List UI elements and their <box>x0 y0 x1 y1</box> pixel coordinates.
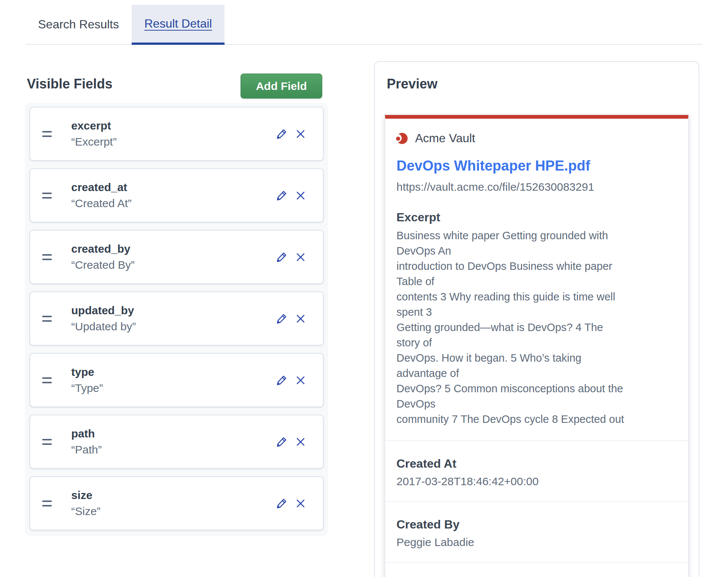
divider <box>385 440 688 441</box>
field-label: “Created By” <box>71 258 135 272</box>
field-name: created_at <box>71 181 132 194</box>
pencil-icon <box>275 382 288 388</box>
field-text: type “Type” <box>71 365 103 395</box>
tab-bar: Search Results Result Detail <box>25 5 703 45</box>
close-icon <box>295 505 307 511</box>
drag-handle-icon[interactable] <box>42 316 52 322</box>
meta-section-created-by: Created By Peggie Labadie <box>396 501 677 549</box>
field-name: size <box>71 489 100 502</box>
field-label: “Created At” <box>71 196 132 210</box>
field-label: “Updated by” <box>71 319 136 334</box>
source-name: Acme Vault <box>415 131 475 145</box>
visible-fields-list: excerpt “Excerpt” created_at “Created At… <box>25 103 327 536</box>
pencil-icon <box>275 444 288 449</box>
tab-search-results[interactable]: Search Results <box>25 5 132 44</box>
acme-vault-logo-icon <box>396 133 408 144</box>
field-text: created_by “Created By” <box>71 242 135 272</box>
pencil-icon <box>275 505 288 511</box>
field-label: “Excerpt” <box>71 135 117 149</box>
close-icon <box>295 320 307 326</box>
source-row: Acme Vault <box>396 131 677 145</box>
field-card-created-at: created_at “Created At” <box>29 168 324 222</box>
excerpt-text: Business white paper Getting grounded wi… <box>396 228 628 427</box>
meta-section-updated-by: Updated by Peggie Labadie <box>396 562 677 577</box>
remove-field-button[interactable] <box>295 374 307 386</box>
field-card-created-by: created_by “Created By” <box>29 230 324 284</box>
field-name: type <box>71 365 103 379</box>
tab-result-detail[interactable]: Result Detail <box>132 5 225 45</box>
excerpt-section-label: Excerpt <box>396 210 677 224</box>
drag-handle-icon[interactable] <box>42 131 52 137</box>
field-name: path <box>71 427 102 440</box>
drag-handle-icon[interactable] <box>42 439 52 445</box>
pencil-icon <box>275 259 288 265</box>
field-label: “Size” <box>71 504 100 518</box>
field-card-excerpt: excerpt “Excerpt” <box>29 107 324 161</box>
edit-field-button[interactable] <box>275 436 288 448</box>
drag-handle-icon[interactable] <box>42 500 52 506</box>
remove-field-button[interactable] <box>295 313 307 325</box>
close-icon <box>295 443 307 449</box>
preview-title: Preview <box>387 76 699 92</box>
result-preview-card: Acme Vault DevOps Whitepaper HPE.pdf htt… <box>385 115 688 577</box>
close-icon <box>295 259 307 264</box>
close-icon <box>295 197 307 203</box>
remove-field-button[interactable] <box>295 498 307 509</box>
pencil-icon <box>275 136 288 141</box>
field-card-size: size “Size” <box>29 476 324 530</box>
remove-field-button[interactable] <box>295 436 307 448</box>
meta-label: Created At <box>396 457 677 471</box>
divider <box>385 501 688 502</box>
remove-field-button[interactable] <box>295 128 307 140</box>
field-card-type: type “Type” <box>29 353 324 407</box>
field-name: created_by <box>71 242 135 256</box>
field-name: excerpt <box>71 119 117 132</box>
pencil-icon <box>275 321 288 326</box>
field-text: updated_by “Updated by” <box>71 304 136 334</box>
meta-value: Peggie Labadie <box>396 536 677 549</box>
edit-field-button[interactable] <box>275 497 288 510</box>
close-icon <box>295 382 307 387</box>
field-label: “Type” <box>71 381 103 395</box>
remove-field-button[interactable] <box>295 251 307 263</box>
edit-field-button[interactable] <box>275 374 288 387</box>
divider <box>385 562 688 563</box>
pencil-icon <box>275 197 288 203</box>
meta-section-created-at: Created At 2017-03-28T18:46:42+00:00 <box>396 440 677 488</box>
field-card-path: path “Path” <box>29 415 324 469</box>
remove-field-button[interactable] <box>295 190 307 202</box>
field-text: size “Size” <box>71 489 100 518</box>
drag-handle-icon[interactable] <box>42 193 52 199</box>
field-name: updated_by <box>71 304 136 317</box>
result-title-link[interactable]: DevOps Whitepaper HPE.pdf <box>396 158 677 174</box>
close-icon <box>295 135 307 141</box>
drag-handle-icon[interactable] <box>42 377 52 383</box>
drag-handle-icon[interactable] <box>42 254 52 260</box>
add-field-button[interactable]: Add Field <box>241 74 322 99</box>
edit-field-button[interactable] <box>275 189 288 202</box>
meta-label: Created By <box>396 518 677 531</box>
meta-value: 2017-03-28T18:46:42+00:00 <box>396 475 677 488</box>
field-text: path “Path” <box>71 427 102 457</box>
field-text: created_at “Created At” <box>71 181 132 210</box>
edit-field-button[interactable] <box>275 312 288 325</box>
field-label: “Path” <box>71 443 102 457</box>
field-card-updated-by: updated_by “Updated by” <box>29 291 324 346</box>
field-text: excerpt “Excerpt” <box>71 119 117 149</box>
edit-field-button[interactable] <box>275 128 288 140</box>
visible-fields-title: Visible Fields <box>27 76 112 92</box>
edit-field-button[interactable] <box>275 251 288 263</box>
result-url: https://vault.acme.co/file/152630083291 <box>396 181 677 193</box>
preview-panel: Preview Acme Vault DevOps Whitepaper HPE… <box>374 61 699 577</box>
